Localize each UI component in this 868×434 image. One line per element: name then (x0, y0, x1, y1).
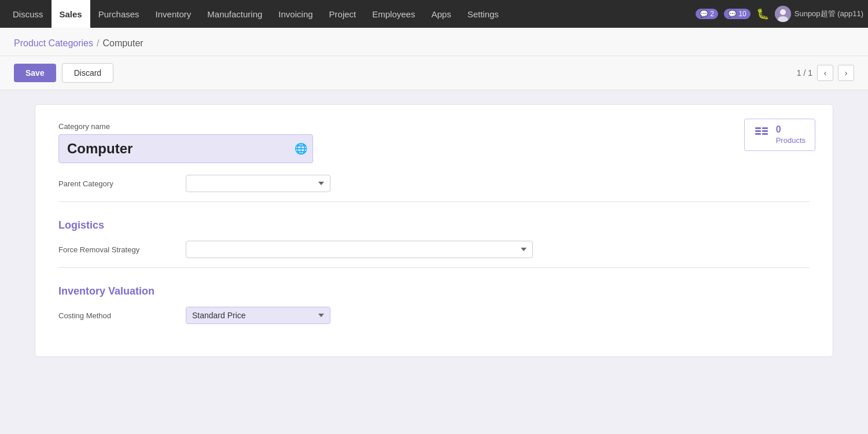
toolbar: Save Discard 1 / 1 ‹ › (0, 56, 868, 90)
user-menu[interactable]: Sunpop超管 (app11) (775, 6, 863, 22)
force-removal-control: First In First Out (FIFO) Last In First … (186, 241, 810, 258)
products-count: 0 (776, 124, 806, 136)
notification-badge-1[interactable]: 💬 2 (696, 9, 718, 19)
discard-button[interactable]: Discard (62, 63, 113, 83)
nav-item-invoicing[interactable]: Invoicing (270, 0, 321, 28)
svg-rect-8 (762, 133, 768, 135)
nav-item-apps[interactable]: Apps (423, 0, 459, 28)
products-button-text: 0 Products (776, 124, 806, 146)
globe-icon[interactable]: 🌐 (295, 142, 307, 155)
breadcrumb-parent[interactable]: Product Categories (14, 38, 93, 49)
parent-category-control (186, 175, 810, 192)
logistics-section-title: Logistics (58, 219, 810, 231)
form-card: 0 Products Category name 🌐 Parent Catego… (35, 104, 833, 357)
nav-right: 💬 2 💬 10 🐛 Sunpop超管 (app11) (696, 6, 863, 22)
force-removal-strategy-select[interactable]: First In First Out (FIFO) Last In First … (186, 241, 533, 258)
avatar (775, 6, 791, 22)
costing-method-label: Costing Method (58, 307, 186, 320)
navbar: Discuss Sales Purchases Inventory Manufa… (0, 0, 868, 28)
breadcrumb-current: Computer (102, 38, 143, 49)
pager-next-button[interactable]: › (838, 65, 854, 81)
pager-prev-button[interactable]: ‹ (817, 65, 833, 81)
parent-category-select[interactable] (186, 175, 330, 192)
products-list-icon (754, 125, 770, 145)
products-smart-button[interactable]: 0 Products (744, 119, 815, 151)
svg-point-1 (780, 9, 786, 15)
costing-method-select[interactable]: Standard Price Average Cost (AVCO) First… (186, 307, 330, 324)
breadcrumb: Product Categories / Computer (0, 28, 868, 56)
category-name-input-wrap: 🌐 (58, 134, 313, 163)
svg-rect-7 (762, 130, 768, 132)
force-removal-strategy-row: Force Removal Strategy First In First Ou… (58, 241, 810, 258)
costing-method-control: Standard Price Average Cost (AVCO) First… (186, 307, 810, 324)
main-content: 0 Products Category name 🌐 Parent Catego… (0, 90, 868, 434)
products-label: Products (776, 136, 806, 146)
svg-rect-3 (755, 127, 761, 129)
svg-rect-4 (755, 130, 761, 132)
breadcrumb-separator: / (97, 38, 99, 49)
svg-rect-5 (755, 133, 761, 135)
save-button[interactable]: Save (14, 64, 56, 82)
parent-category-label: Parent Category (58, 175, 186, 188)
svg-rect-6 (762, 127, 768, 129)
nav-item-settings[interactable]: Settings (459, 0, 507, 28)
inventory-valuation-section-title: Inventory Valuation (58, 285, 810, 297)
nav-item-discuss[interactable]: Discuss (5, 0, 52, 28)
nav-item-purchases[interactable]: Purchases (90, 0, 148, 28)
valuation-divider (58, 267, 810, 268)
nav-item-employees[interactable]: Employees (364, 0, 423, 28)
category-name-section: Category name 🌐 (58, 122, 810, 163)
toolbar-right: 1 / 1 ‹ › (797, 65, 854, 81)
nav-item-inventory[interactable]: Inventory (148, 0, 200, 28)
notification-badge-2[interactable]: 💬 10 (724, 9, 751, 19)
costing-method-row: Costing Method Standard Price Average Co… (58, 307, 810, 324)
logistics-divider (58, 201, 810, 202)
debug-icon[interactable]: 🐛 (756, 8, 769, 20)
smart-buttons-area: 0 Products (744, 119, 815, 151)
force-removal-label: Force Removal Strategy (58, 241, 186, 254)
pager-label: 1 / 1 (797, 68, 812, 78)
parent-category-row: Parent Category (58, 175, 810, 192)
username-label: Sunpop超管 (app11) (795, 9, 863, 19)
nav-item-manufacturing[interactable]: Manufacturing (199, 0, 270, 28)
nav-item-project[interactable]: Project (321, 0, 365, 28)
category-name-input[interactable] (58, 134, 313, 163)
category-name-label: Category name (58, 122, 810, 131)
nav-item-sales[interactable]: Sales (52, 0, 90, 28)
